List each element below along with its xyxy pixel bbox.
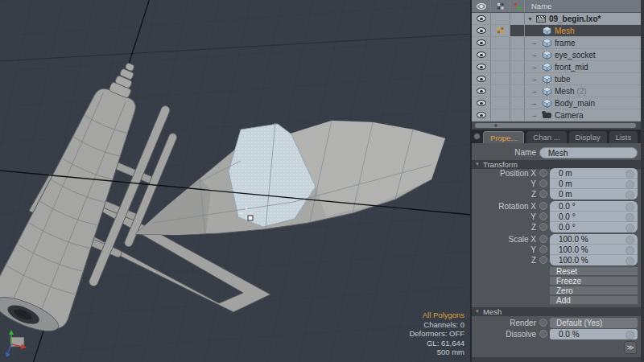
scale-y-field[interactable]: 100.0 % (550, 245, 638, 255)
rotation-z-field[interactable]: 0.0 ° (550, 222, 638, 232)
item-row-front-mid[interactable]: → front_mid (472, 61, 641, 73)
eye-icon (477, 88, 486, 94)
item-row-body-main[interactable]: → Body_main (472, 97, 641, 109)
item-row-frame[interactable]: → frame (472, 37, 641, 49)
tab-channels[interactable]: Chan ... (526, 131, 566, 143)
mesh-cube-icon (543, 63, 551, 72)
rotation-x-field[interactable]: 0.0 ° (550, 201, 638, 212)
visibility-toggle[interactable] (472, 25, 491, 36)
deformers-status: Deformers: OFF (409, 329, 464, 339)
render-dots-icon (497, 27, 504, 34)
item-list-scrollbar[interactable] (472, 121, 641, 130)
render-popup[interactable]: Default (Yes) (550, 318, 638, 328)
position-y-field[interactable]: 0 m (550, 179, 638, 189)
eye-icon (477, 15, 486, 22)
tab-display[interactable]: Display (569, 131, 607, 143)
visibility-toggle[interactable] (472, 49, 491, 60)
reset-button[interactable]: Reset (550, 267, 638, 276)
branch-arrow-icon: → (530, 99, 538, 107)
channel-knob[interactable] (539, 212, 547, 220)
channel-knob[interactable] (539, 223, 547, 231)
visibility-toggle[interactable] (472, 97, 491, 109)
item-label: tube (555, 75, 570, 84)
channel-knob[interactable] (539, 235, 547, 243)
position-z-field[interactable]: 0 m (550, 189, 638, 200)
scale-y-label: Y (472, 245, 536, 255)
zero-button[interactable]: Zero (550, 286, 638, 295)
3d-viewport[interactable]: All Polygons Channels: 0 Deformers: OFF … (0, 0, 472, 362)
viewport-stats: All Polygons Channels: 0 Deformers: OFF … (409, 311, 464, 357)
channel-knob[interactable] (539, 190, 547, 198)
section-collapse-icon: ▼ (475, 307, 480, 316)
visibility-toggle[interactable] (472, 85, 491, 97)
item-label: eye_socket (555, 51, 596, 60)
gl-polygon-count: GL: 61,644 (409, 339, 464, 348)
visibility-toggle[interactable] (472, 61, 491, 72)
item-label: Mesh (555, 87, 574, 96)
item-name-field[interactable]: Mesh (539, 147, 638, 158)
visibility-toggle[interactable] (472, 109, 491, 121)
eye-icon (477, 100, 486, 106)
channel-knob[interactable] (539, 319, 547, 327)
item-label: Body_main (555, 99, 595, 108)
item-row-mesh[interactable]: → Mesh (472, 25, 641, 37)
rotation-z-label: Z (472, 222, 536, 232)
scene-item-row[interactable]: ▼ 09_begin.lxo* (472, 13, 641, 25)
scale-z-label: Z (472, 255, 536, 265)
panel-tab-bar: Prope... Chan ... Display Lists + (472, 130, 644, 143)
disclosure-triangle-icon[interactable]: ▼ (527, 16, 533, 22)
channel-knob[interactable] (539, 169, 547, 177)
scale-x-field[interactable]: 100.0 % (550, 234, 638, 245)
freeze-button[interactable]: Freeze (550, 277, 638, 286)
item-label: Camera (555, 111, 584, 120)
item-tool-icon (514, 3, 521, 10)
render-column-header[interactable] (491, 0, 510, 12)
more-options-button[interactable]: ≫ (624, 341, 637, 354)
lock-column-header[interactable] (510, 0, 525, 12)
camera-icon (543, 113, 551, 118)
viewport-canvas[interactable] (0, 0, 472, 362)
rotation-y-label: Y (472, 212, 536, 222)
add-button[interactable]: Add (550, 296, 638, 305)
channel-knob[interactable] (539, 256, 547, 264)
eye-icon (477, 3, 486, 10)
item-label: frame (555, 39, 576, 47)
visibility-column-header[interactable] (472, 0, 491, 12)
item-row-mesh-2[interactable]: → Mesh (2) (472, 85, 641, 97)
rotation-x-label: Rotation X (472, 201, 536, 212)
name-column-header[interactable]: Name (531, 2, 551, 10)
tab-lists[interactable]: Lists (609, 131, 638, 143)
channel-knob[interactable] (539, 179, 547, 187)
branch-arrow-icon: → (530, 27, 538, 35)
item-row-eye-socket[interactable]: → eye_socket (472, 49, 641, 61)
position-x-field[interactable]: 0 m (550, 168, 638, 179)
grid-size: 500 mm (409, 348, 464, 357)
visibility-toggle[interactable] (472, 73, 491, 84)
render-toggle[interactable] (491, 25, 510, 36)
app-window: All Polygons Channels: 0 Deformers: OFF … (0, 0, 644, 362)
branch-arrow-icon: → (530, 111, 538, 119)
dissolve-field[interactable]: 0.0 % (550, 329, 638, 339)
item-row-tube[interactable]: → tube (472, 73, 641, 85)
mesh-cube-icon (543, 27, 551, 35)
channel-knob[interactable] (539, 245, 547, 253)
scale-z-field[interactable]: 100.0 % (550, 255, 638, 265)
name-label: Name (472, 147, 536, 158)
channel-knob[interactable] (539, 330, 547, 338)
properties-form: Name Mesh ▼ Transform Position X0 m Y0 m… (472, 143, 641, 357)
panel-right-edge (641, 0, 644, 362)
visibility-toggle[interactable] (472, 13, 491, 24)
eye-icon (477, 27, 486, 34)
eye-icon (477, 64, 486, 70)
item-row-camera[interactable]: → Camera (472, 109, 641, 121)
scene-clapperboard-icon (536, 15, 546, 23)
rotation-y-field[interactable]: 0.0 ° (550, 212, 638, 222)
mesh-section-header[interactable]: ▼ Mesh (472, 307, 641, 316)
scrollbar-handle[interactable] (475, 123, 636, 128)
branch-arrow-icon: → (530, 87, 538, 95)
branch-arrow-icon: → (530, 63, 538, 71)
tab-properties[interactable]: Prope... (483, 131, 524, 143)
viewport-widget-icon[interactable] (473, 133, 481, 140)
channel-knob[interactable] (539, 202, 547, 210)
visibility-toggle[interactable] (472, 37, 491, 48)
